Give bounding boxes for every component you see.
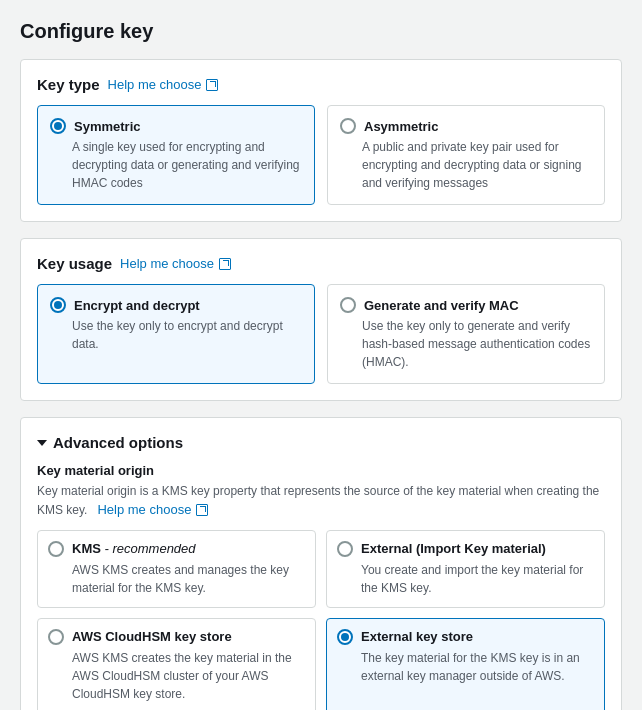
key-type-options: Symmetric A single key used for encrypti… [37,105,605,205]
key-material-origin-title: Key material origin [37,463,605,478]
advanced-section: Advanced options Key material origin Key… [20,417,622,710]
origin-external[interactable]: External (Import Key material) You creat… [326,530,605,608]
key-type-option-symmetric[interactable]: Symmetric A single key used for encrypti… [37,105,315,205]
external-link-icon-2 [219,258,231,270]
cloudhsm-label: AWS CloudHSM key store [72,629,232,644]
origin-external-key-store[interactable]: External key store The key material for … [326,618,605,711]
encrypt-desc: Use the key only to encrypt and decrypt … [72,317,302,353]
external-key-store-label: External key store [361,629,473,644]
key-type-section: Key type Help me choose Symmetric A sing… [20,59,622,222]
key-material-help-link[interactable]: Help me choose [91,500,209,520]
key-usage-options: Encrypt and decrypt Use the key only to … [37,284,605,384]
key-type-title: Key type [37,76,100,93]
key-usage-title: Key usage [37,255,112,272]
external-label: External (Import Key material) [361,541,546,556]
kms-label: KMS - recommended [72,541,196,556]
radio-asymmetric [340,118,356,134]
mac-desc: Use the key only to generate and verify … [362,317,592,371]
key-usage-section: Key usage Help me choose Encrypt and dec… [20,238,622,401]
symmetric-desc: A single key used for encrypting and dec… [72,138,302,192]
asymmetric-desc: A public and private key pair used for e… [362,138,592,192]
key-type-help-link[interactable]: Help me choose [108,77,219,92]
asymmetric-label: Asymmetric [364,119,438,134]
key-material-origin-desc: Key material origin is a KMS key propert… [37,482,605,520]
radio-external-key-store [337,629,353,645]
external-link-icon-3 [196,504,208,516]
key-type-header: Key type Help me choose [37,76,605,93]
radio-external [337,541,353,557]
external-key-store-desc: The key material for the KMS key is in a… [361,649,594,685]
chevron-down-icon [37,440,47,446]
radio-encrypt [50,297,66,313]
advanced-header[interactable]: Advanced options [37,434,605,451]
external-link-icon [206,79,218,91]
page-title: Configure key [20,20,622,43]
radio-cloudhsm [48,629,64,645]
mac-label: Generate and verify MAC [364,298,519,313]
radio-mac [340,297,356,313]
advanced-title: Advanced options [53,434,183,451]
external-desc: You create and import the key material f… [361,561,594,597]
encrypt-label: Encrypt and decrypt [74,298,200,313]
radio-kms [48,541,64,557]
key-type-option-asymmetric[interactable]: Asymmetric A public and private key pair… [327,105,605,205]
origin-kms[interactable]: KMS - recommended AWS KMS creates and ma… [37,530,316,608]
key-usage-header: Key usage Help me choose [37,255,605,272]
key-usage-option-encrypt[interactable]: Encrypt and decrypt Use the key only to … [37,284,315,384]
cloudhsm-desc: AWS KMS creates the key material in the … [72,649,305,703]
symmetric-label: Symmetric [74,119,140,134]
key-material-origin-options: KMS - recommended AWS KMS creates and ma… [37,530,605,711]
key-usage-help-link[interactable]: Help me choose [120,256,231,271]
kms-desc: AWS KMS creates and manages the key mate… [72,561,305,597]
key-usage-option-mac[interactable]: Generate and verify MAC Use the key only… [327,284,605,384]
origin-cloudhsm[interactable]: AWS CloudHSM key store AWS KMS creates t… [37,618,316,711]
radio-symmetric [50,118,66,134]
